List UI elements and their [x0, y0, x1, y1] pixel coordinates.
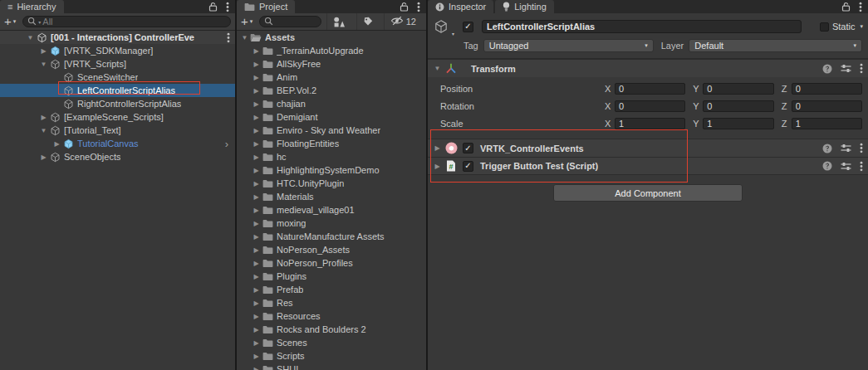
hierarchy-item-leftcontrollerscriptalias[interactable]: LeftControllerScriptAlias	[0, 84, 235, 97]
transform-rotation-z-input[interactable]	[792, 100, 862, 112]
hierarchy-item-tutorial-text[interactable]: ▼ [Tutorial_Text]	[0, 124, 235, 137]
foldout-collapsed-icon[interactable]: ▶	[251, 366, 262, 370]
foldout-collapsed-icon[interactable]: ▶	[251, 273, 262, 280]
gameobject-active-checkbox[interactable]: ✓	[463, 22, 473, 32]
transform-rotation-x-input[interactable]	[615, 100, 685, 112]
foldout-collapsed-icon[interactable]: ▶	[251, 353, 262, 360]
foldout-collapsed-icon[interactable]: ▶	[38, 114, 49, 121]
hierarchy-item-vrtk-sdkmanager[interactable]: ▶ [VRTK_SDKManager]	[0, 44, 235, 57]
kebab-menu-icon[interactable]	[860, 143, 863, 153]
project-folder-materials[interactable]: ▶ Materials	[237, 190, 426, 203]
project-folder-terrainautoupgrade[interactable]: ▶ _TerrainAutoUpgrade	[237, 44, 426, 57]
project-folder-res[interactable]: ▶ Res	[237, 296, 426, 309]
project-folder-scripts[interactable]: ▶ Scripts	[237, 349, 426, 363]
foldout-collapsed-icon[interactable]: ▶	[251, 286, 262, 294]
component-enabled-checkbox[interactable]: ✓	[463, 143, 473, 153]
foldout-collapsed-icon[interactable]: ▶	[251, 87, 262, 95]
project-folder-htc-unityplugin[interactable]: ▶ HTC.UnityPlugin	[237, 177, 426, 190]
foldout-collapsed-icon[interactable]: ▶	[251, 114, 262, 121]
tab-lighting[interactable]: Lighting	[495, 0, 554, 13]
kebab-menu-icon[interactable]	[860, 63, 863, 74]
hierarchy-item-rightcontrollerscriptalias[interactable]: RightControllerScriptAlias	[0, 97, 235, 110]
foldout-expanded-icon[interactable]: ▼	[432, 65, 443, 72]
hierarchy-search-input[interactable]	[42, 17, 226, 27]
project-folder-medieval-village01[interactable]: ▶ medieval_village01	[237, 203, 426, 217]
hierarchy-item-vrtk-scripts[interactable]: ▼ [VRTK_Scripts]	[0, 57, 235, 71]
foldout-expanded-icon[interactable]: ▼	[38, 127, 49, 134]
foldout-collapsed-icon[interactable]: ▶	[251, 61, 262, 68]
kebab-menu-icon[interactable]	[860, 161, 863, 172]
foldout-expanded-icon[interactable]: ▼	[38, 61, 49, 68]
foldout-collapsed-icon[interactable]: ▶	[251, 153, 262, 161]
kebab-menu-icon[interactable]	[417, 2, 420, 12]
project-folder-highlightingsystemdemo[interactable]: ▶ HighlightingSystemDemo	[237, 163, 426, 177]
project-folder-scenes[interactable]: ▶ Scenes	[237, 336, 426, 349]
foldout-collapsed-icon[interactable]: ▶	[251, 339, 262, 347]
foldout-collapsed-icon[interactable]: ▶	[251, 326, 262, 333]
foldout-collapsed-icon[interactable]: ▶	[251, 193, 262, 201]
foldout-collapsed-icon[interactable]: ▶	[432, 144, 443, 152]
foldout-expanded-icon[interactable]: ▼	[239, 34, 250, 41]
project-folder-enviro-sky-and-weather[interactable]: ▶ Enviro - Sky and Weather	[237, 124, 426, 137]
transform-component-header[interactable]: ▼ Transform	[428, 59, 868, 77]
project-folder-shui[interactable]: ▶ SHUI	[237, 363, 426, 370]
hidden-count-toggle[interactable]: 12	[384, 13, 422, 30]
project-root-assets[interactable]: ▼ Assets	[237, 31, 426, 44]
project-folder-chajian[interactable]: ▶ chajian	[237, 97, 426, 110]
tab-project[interactable]: Project	[237, 0, 295, 13]
hierarchy-item-tutorialcanvas[interactable]: ▶ TutorialCanvas ›	[0, 137, 235, 150]
project-folder-moxing[interactable]: ▶ moxing	[237, 217, 426, 230]
component-header-vrtk-controllerevents[interactable]: ▶ ✓ VRTK_ControllerEvents	[428, 139, 868, 157]
help-icon[interactable]	[822, 64, 832, 74]
foldout-collapsed-icon[interactable]: ▶	[251, 167, 262, 174]
layer-dropdown[interactable]: Default ▾	[689, 39, 862, 52]
lock-icon[interactable]	[400, 2, 409, 12]
foldout-collapsed-icon[interactable]: ▶	[251, 220, 262, 227]
kebab-menu-icon[interactable]	[226, 2, 229, 12]
static-checkbox[interactable]	[820, 22, 829, 32]
kebab-menu-icon[interactable]	[859, 2, 862, 12]
hierarchy-item-sceneswitcher[interactable]: SceneSwitcher	[0, 71, 235, 84]
project-folder-noperson-profiles[interactable]: ▶ NoPerson_Profiles	[237, 256, 426, 270]
chevron-down-icon[interactable]: ▾	[860, 23, 863, 30]
project-folder-resources[interactable]: ▶ Resources	[237, 309, 426, 323]
transform-scale-z-input[interactable]	[792, 118, 862, 129]
search-by-label-button[interactable]	[356, 13, 379, 30]
foldout-collapsed-icon[interactable]: ▶	[251, 127, 262, 134]
project-folder-plugins[interactable]: ▶ Plugins	[237, 270, 426, 283]
foldout-collapsed-icon[interactable]: ▶	[251, 47, 262, 55]
foldout-collapsed-icon[interactable]: ▶	[251, 260, 262, 267]
transform-position-z-input[interactable]	[792, 83, 862, 95]
foldout-collapsed-icon[interactable]: ▶	[251, 233, 262, 241]
component-header-trigger-button-test-script[interactable]: ▶ # ✓ Trigger Button Test (Script)	[428, 157, 868, 175]
foldout-collapsed-icon[interactable]: ▶	[251, 140, 262, 148]
foldout-collapsed-icon[interactable]: ▶	[251, 207, 262, 214]
project-search[interactable]	[259, 16, 321, 27]
prefab-open-chevron-icon[interactable]: ›	[225, 139, 235, 149]
project-folder-allskyfree[interactable]: ▶ AllSkyFree	[237, 57, 426, 71]
help-icon[interactable]	[822, 161, 832, 171]
create-button[interactable]: +	[4, 16, 12, 27]
add-component-button[interactable]: Add Component	[553, 184, 743, 202]
project-folder-anim[interactable]: ▶ Anim	[237, 71, 426, 84]
gameobject-name-input[interactable]	[482, 20, 802, 33]
transform-position-x-input[interactable]	[615, 83, 685, 95]
lock-icon[interactable]	[208, 2, 218, 12]
project-folder-rocks-and-boulders-2[interactable]: ▶ Rocks and Boulders 2	[237, 323, 426, 336]
foldout-collapsed-icon[interactable]: ▶	[251, 100, 262, 108]
project-folder-prefab[interactable]: ▶ Prefab	[237, 283, 426, 296]
project-folder-hc[interactable]: ▶ hc	[237, 150, 426, 163]
project-folder-noperson-assets[interactable]: ▶ NoPerson_Assets	[237, 243, 426, 256]
transform-rotation-y-input[interactable]	[703, 100, 773, 112]
foldout-collapsed-icon[interactable]: ▶	[251, 246, 262, 254]
transform-scale-y-input[interactable]	[703, 118, 773, 129]
tab-inspector[interactable]: Inspector	[428, 0, 493, 13]
foldout-collapsed-icon[interactable]: ▶	[251, 299, 262, 307]
hierarchy-item-examplescene-scripts[interactable]: ▶ [ExampleScene_Scripts]	[0, 110, 235, 124]
foldout-collapsed-icon[interactable]: ▶	[251, 313, 262, 320]
foldout-collapsed-icon[interactable]: ▶	[38, 47, 49, 55]
search-by-type-button[interactable]	[326, 13, 351, 30]
project-folder-naturemanufacture-assets[interactable]: ▶ NatureManufacture Assets	[237, 230, 426, 243]
project-folder-demigiant[interactable]: ▶ Demigiant	[237, 110, 426, 124]
presets-icon[interactable]	[841, 144, 851, 153]
